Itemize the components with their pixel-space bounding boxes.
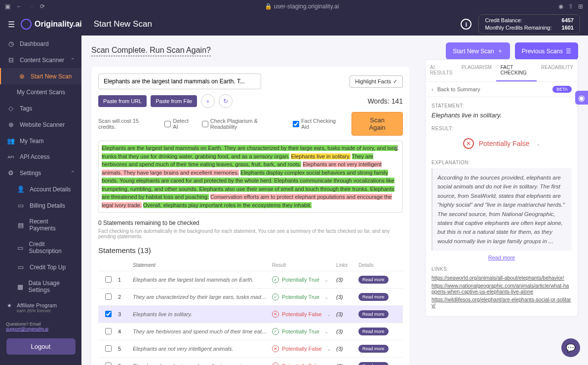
read-more-link[interactable]: Read more <box>431 255 572 260</box>
sidebar-item-billing-details[interactable]: ▭Billing Details <box>0 197 81 214</box>
table-row[interactable]: 1Elephants are the largest land mammals … <box>98 271 403 288</box>
start-new-scan-button[interactable]: Start New Scan＋ <box>446 42 510 60</box>
scan-again-button[interactable]: Scan Again <box>352 112 403 136</box>
back-to-summary[interactable]: ‹ Back to Summary BETA <box>426 82 578 97</box>
sidebar-item-my-content-scans[interactable]: My Content Scans <box>0 84 81 100</box>
chevron-down-icon: ⌄ <box>324 277 328 283</box>
row-result[interactable]: ✓Potentially True⌄ <box>272 293 336 300</box>
check-circle-icon: ✓ <box>272 293 279 300</box>
chevron-down-icon: ⌄ <box>324 329 328 334</box>
url-bar[interactable]: 🔒user-staging.originality.ai <box>51 3 552 10</box>
tab-ai-results[interactable]: AI RESULTS <box>426 60 457 81</box>
previous-scans-button[interactable]: Previous Scans☰ <box>515 42 578 60</box>
row-result[interactable]: ✕Potentially False⌄ <box>272 363 336 365</box>
result-pill[interactable]: ✕ Potentially False ⌄ <box>431 134 572 153</box>
source-link[interactable]: https://wildlifesos.org/elephant/are-ele… <box>431 296 572 308</box>
check-plagiarism-checkbox[interactable]: Check Plagiarism & Readability <box>202 118 286 130</box>
data-icon: ▦ <box>17 283 24 291</box>
sidebar-item-tags[interactable]: ◇Tags <box>0 100 81 116</box>
table-row[interactable]: 2They are characterized by their large e… <box>98 288 403 305</box>
row-result[interactable]: ✓Potentially True⌄ <box>272 328 336 335</box>
info-icon[interactable]: i <box>461 19 471 30</box>
row-checkbox[interactable] <box>105 276 112 283</box>
side-tab-icon[interactable]: ◉ <box>575 91 588 105</box>
row-checkbox[interactable] <box>105 328 112 334</box>
row-statement: They are herbivores and spend much of th… <box>133 328 272 334</box>
row-result[interactable]: ✓Potentially True⌄ <box>272 276 336 283</box>
detect-ai-checkbox[interactable]: Detect AI <box>164 118 195 130</box>
tab-plagiarism[interactable]: PLAGIARISM <box>457 60 496 81</box>
sidebar-item-api-access[interactable]: APIAPI Access <box>0 149 81 165</box>
tabs-icon[interactable]: ⊞ <box>578 3 583 10</box>
statements-table: Statement Result Links Details 1Elephant… <box>98 259 403 365</box>
paste-url-button[interactable]: Paste from URL <box>98 95 147 107</box>
share-icon[interactable]: ⇪ <box>568 3 573 10</box>
read-more-button[interactable]: Read more <box>358 276 389 284</box>
sidebar-item-my-team[interactable]: 👥My Team <box>0 133 81 149</box>
star-icon: ★ <box>7 302 12 309</box>
word-count: Words: 141 <box>368 97 403 105</box>
sidebar-item-account-details[interactable]: 👤Account Details <box>0 181 81 197</box>
card-icon: ▭ <box>17 202 25 209</box>
logout-button[interactable]: Logout <box>6 338 76 355</box>
row-checkbox[interactable] <box>105 345 112 352</box>
sidebar-item-content-scanner[interactable]: ⊟Content Scanner⌃ <box>0 52 81 68</box>
api-icon: API <box>7 155 15 159</box>
source-link[interactable]: https://www.nationalgeographic.com/anima… <box>431 283 572 294</box>
sidebar-item-credit-subscription[interactable]: ▭Credit Subscription <box>0 236 81 259</box>
chat-icon[interactable]: 💬 <box>561 338 580 357</box>
highlight-facts-toggle[interactable]: Highlight Facts✓ <box>350 75 403 88</box>
row-result[interactable]: ✕Potentially False⌄ <box>272 311 336 318</box>
menu-icon[interactable]: ☰ <box>8 20 15 29</box>
read-more-button[interactable]: Read more <box>358 328 389 335</box>
sidebar-item-settings[interactable]: ⚙Settings⌃ <box>0 165 81 181</box>
row-links: (3) <box>336 294 358 300</box>
scan-text-input[interactable] <box>98 73 261 89</box>
row-number: 2 <box>118 294 133 300</box>
tab-fact-checking[interactable]: FACT CHECKING <box>496 60 537 81</box>
chevron-up-icon: ⌃ <box>71 57 75 63</box>
logo[interactable]: Originality.ai <box>21 19 82 30</box>
read-more-button[interactable]: Read more <box>358 293 389 301</box>
sidebar-item-dashboard[interactable]: ◷Dashboard <box>0 36 81 52</box>
row-checkbox[interactable] <box>105 293 112 300</box>
refresh-icon-button[interactable]: ↻ <box>219 94 233 108</box>
side-panel-icon[interactable]: ▣ <box>5 3 10 10</box>
support-email-link[interactable]: support@originality.ai <box>6 327 48 331</box>
globe-icon[interactable]: ◉ <box>558 3 563 10</box>
add-icon-button[interactable]: ＋ <box>201 94 215 108</box>
forward-icon[interactable]: → <box>28 3 34 10</box>
sidebar-item-affiliate[interactable]: ★Affiliate Programearn 25% forever <box>0 298 81 318</box>
row-result[interactable]: ✕Potentially False⌄ <box>272 345 336 352</box>
back-icon[interactable]: ← <box>16 3 22 10</box>
row-number: 4 <box>118 328 133 334</box>
row-checkbox[interactable] <box>105 311 112 317</box>
check-circle-icon: ✓ <box>272 276 279 283</box>
read-more-button[interactable]: Read more <box>358 345 389 353</box>
row-number: 3 <box>118 311 133 317</box>
read-more-button[interactable]: Read more <box>358 362 389 365</box>
sidebar-item-website-scanner[interactable]: ⊕Website Scanner <box>0 116 81 133</box>
table-row[interactable]: 4They are herbivores and spend much of t… <box>98 323 403 340</box>
beta-badge: BETA <box>552 86 572 93</box>
table-row[interactable]: 3Elephants live in solitary.✕Potentially… <box>98 305 403 323</box>
explanation-text: According to the sources provided, eleph… <box>431 168 572 251</box>
read-more-button[interactable]: Read more <box>358 310 389 318</box>
list-icon: ☰ <box>566 48 571 55</box>
scan-complete-label: Scan Complete. Run Scan Again? <box>91 46 211 56</box>
table-row[interactable]: 6They have large brains and excellent me… <box>98 357 403 365</box>
sidebar-item-data-usage[interactable]: ▦Data Usage Settings <box>0 275 81 298</box>
tab-readability[interactable]: READABILITY <box>537 60 578 81</box>
close-icon[interactable]: ✕ <box>393 143 399 153</box>
sidebar-item-recent-payments[interactable]: ▤Recent Payments <box>0 214 81 236</box>
paste-file-button[interactable]: Paste from File <box>151 95 197 107</box>
reload-icon[interactable]: ⟳ <box>40 3 45 10</box>
lock-icon: 🔒 <box>265 3 272 10</box>
table-row[interactable]: 5Elephants are not very intelligent anim… <box>98 340 403 357</box>
fact-checking-checkbox[interactable]: Fact Checking Aid <box>293 118 345 130</box>
row-statement: Elephants are not very intelligent anima… <box>133 346 272 352</box>
source-link[interactable]: https://seaworld.org/animals/all-about/e… <box>431 275 572 281</box>
row-checkbox[interactable] <box>105 363 112 365</box>
sidebar-item-credit-top-up[interactable]: ▭Credit Top Up <box>0 259 81 275</box>
sidebar-item-start-new-scan[interactable]: ⊕Start New Scan <box>0 68 81 84</box>
